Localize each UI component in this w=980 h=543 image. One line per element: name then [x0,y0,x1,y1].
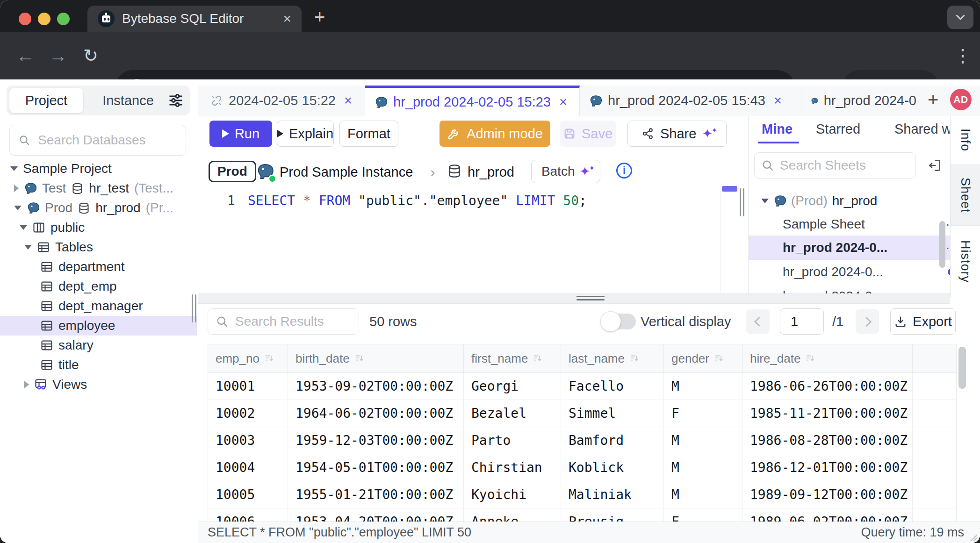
side-tab-history[interactable]: History [951,226,980,298]
tree-group-tables[interactable]: Tables [0,237,197,257]
tree-item-table-dept-manager[interactable]: dept_manager [0,296,197,316]
window-zoom-button[interactable] [57,13,70,25]
side-tab-info[interactable]: Info [951,116,980,165]
sidebar-resize-handle[interactable] [192,294,193,322]
environment-chip: Prod [209,161,256,182]
sort-icon[interactable] [533,353,543,364]
sheet-item-selected[interactable]: hr_prod 2024-0... ··· [749,236,950,260]
sheet-item-clipped[interactable]: hr_prod 2024-0... [749,284,950,293]
column-header-last-name[interactable]: last_name [561,344,664,373]
horizontal-splitter[interactable] [198,293,950,304]
export-button[interactable]: Export [890,308,956,335]
sort-icon[interactable] [714,353,724,364]
column-header-gender[interactable]: gender [664,344,742,373]
results-table: emp_no birth_date first_name last_name g… [208,344,957,522]
database-search-input[interactable] [37,132,177,148]
close-icon[interactable]: × [774,93,782,108]
column-header-first-name[interactable]: first_name [464,344,561,373]
run-button[interactable]: Run [209,121,272,147]
format-button[interactable]: Format [339,121,398,147]
browser-menu-icon[interactable]: ⋮ [954,32,972,79]
sheet-item-sample-sheet[interactable]: Sample Sheet ··· [749,213,950,236]
browser-reload-button[interactable]: ↻ [83,32,98,79]
sort-icon[interactable] [264,353,274,364]
tree-item-project[interactable]: Sample Project [0,159,197,179]
browser-forward-button[interactable]: → [49,32,67,79]
tab-instance[interactable]: Instance [91,88,166,113]
status-query-time: Query time: 19 ms [861,522,964,543]
side-tab-sheet[interactable]: Sheet [951,165,980,226]
page-input[interactable] [780,308,824,335]
close-icon[interactable]: × [344,93,352,108]
postgres-icon [773,194,786,207]
column-header-hire-date[interactable]: hire_date [742,344,913,373]
sort-icon[interactable] [354,353,365,364]
sheet-list-scrollbar[interactable] [939,221,945,268]
share-button[interactable]: Share ✦✦ [627,121,727,147]
worksheet-tab-2-active[interactable]: hr_prod 2024-02-05 15:23 × [365,86,580,116]
tree-item-hr-prod[interactable]: Prod hr_prod (Pr... [0,198,197,218]
browser-back-button[interactable]: ← [16,32,35,79]
worksheet-tab-3[interactable]: hr_prod 2024-02-05 15:43 × [580,86,801,116]
tree-item-table-employee[interactable]: employee [0,316,197,336]
browser-new-tab-button[interactable]: + [314,7,325,28]
views-icon [34,378,47,391]
tree-item-table-salary[interactable]: salary [0,336,197,355]
sidebar-filter-icon[interactable] [167,92,184,109]
add-worksheet-button[interactable]: + [928,89,938,110]
sort-icon[interactable] [629,353,640,364]
sql-line[interactable]: SELECT * FROM "public"."employee" LIMIT … [248,193,587,208]
vertical-display-toggle-knob[interactable] [600,311,621,332]
tree-group-views[interactable]: Views [0,375,197,394]
tab-starred[interactable]: Starred [816,121,860,137]
database-search[interactable] [9,125,186,156]
results-search-input[interactable] [234,314,351,329]
sheet-search[interactable] [754,152,916,179]
tab-overview-button[interactable] [947,6,973,29]
resize-grip-icon[interactable] [969,533,978,542]
sidebar-resize-handle[interactable] [195,294,196,322]
panel-resize-handle[interactable] [743,188,744,216]
import-sheet-icon[interactable] [927,158,942,173]
tree-item-schema-public[interactable]: public [0,218,197,237]
sort-icon[interactable] [805,353,815,364]
browser-tab-title: Bytebase SQL Editor [122,11,275,26]
prev-page-button[interactable] [746,309,770,334]
sheet-group-hr-prod[interactable]: (Prod) hr_prod [749,191,950,211]
breadcrumb-database[interactable]: hr_prod [468,164,514,180]
close-icon[interactable]: × [559,94,567,110]
sheet-search-input[interactable] [779,157,909,173]
tab-mine[interactable]: Mine [762,121,793,137]
sql-editor[interactable]: 1 SELECT * FROM "public"."employee" LIMI… [198,188,720,294]
tree-item-table-title[interactable]: title [0,355,197,375]
breadcrumb-instance[interactable]: Prod Sample Instance [280,164,413,180]
browser-tab-close-icon[interactable]: × [283,12,291,26]
window-close-button[interactable] [19,13,31,25]
next-page-button[interactable] [856,309,879,334]
batch-button[interactable]: Batch ✦✦ [531,160,600,183]
explain-button[interactable]: Explain [277,121,334,147]
tab-project[interactable]: Project [9,88,83,113]
worksheet-tab-4[interactable]: hr_prod 2024-0 [801,86,926,116]
cell: 10004 [208,454,288,481]
save-button[interactable]: Save [560,121,616,147]
results-search[interactable] [208,308,359,335]
user-avatar[interactable]: AD [950,89,972,110]
window-minimize-button[interactable] [38,13,50,25]
info-icon[interactable]: i [616,163,632,179]
table-scrollbar[interactable] [958,347,966,389]
sheet-item[interactable]: hr_prod 2024-0... [749,260,950,284]
worksheet-tab-1[interactable]: 2024-02-05 15:22 × [201,86,365,116]
postgres-icon [27,201,40,214]
tree-item-hr-test[interactable]: Test hr_test (Test... [0,179,197,198]
tree-item-table-dept-emp[interactable]: dept_emp [0,277,197,296]
panel-resize-handle[interactable] [740,188,741,216]
column-header-emp-no[interactable]: emp_no [208,344,288,373]
admin-mode-button[interactable]: Admin mode [440,121,550,147]
column-header-birth-date[interactable]: birth_date [288,344,464,373]
cell-filler [913,454,956,481]
tree-item-table-department[interactable]: department [0,257,197,277]
cell: 1964-06-02T00:00:00Z [288,400,464,427]
tab-shared[interactable]: Shared w [894,121,950,137]
browser-tab[interactable]: Bytebase SQL Editor × [87,6,302,32]
